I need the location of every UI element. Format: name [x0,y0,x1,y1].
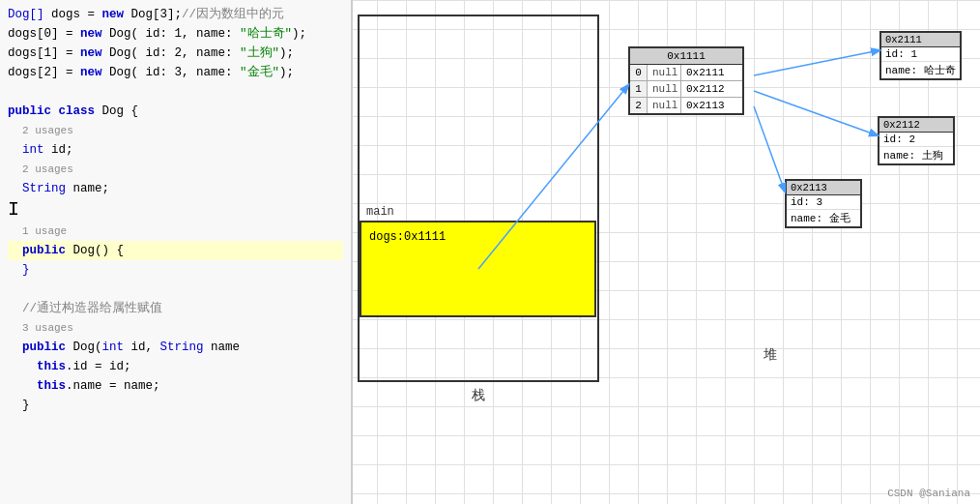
code-line-3: dogs[1] = new Dog( id: 2, name: "土狗"); [8,44,343,63]
code-line-4: dogs[2] = new Dog( id: 3, name: "金毛"); [8,63,343,82]
dogs-ref: dogs:0x1111 [369,230,446,244]
array-row-1: 1 null 0x2112 [630,81,742,98]
obj-box-2113: 0x2113 id: 3 name: 金毛 [785,179,862,228]
main-content: Dog[] dogs = new Dog[3];//因为数组中的元 dogs[0… [0,0,980,504]
code-line-17: public Dog(int id, String name [8,338,343,357]
main-frame: main dogs:0x1111 [360,221,596,317]
code-line-12: public Dog() { [8,241,343,260]
stack-label: 栈 [472,387,485,404]
code-line-15: //通过构造器给属性赋值 [8,299,343,318]
code-line-2: dogs[0] = new Dog( id: 1, name: "哈士奇"); [8,24,343,44]
watermark: CSDN @Saniana [887,488,970,499]
code-line-19: this.name = name; [8,376,343,396]
heap-label: 堆 [764,346,777,364]
obj-box-2111: 0x2111 id: 1 name: 哈士奇 [879,31,962,80]
code-line-13: } [8,260,343,280]
code-line-14 [8,280,343,299]
code-line-7: 2 usages [8,121,343,140]
code-line-5 [8,82,343,102]
main-frame-label: main [366,205,394,219]
code-line-20: } [8,396,343,415]
obj-box-2112: 0x2112 id: 2 name: 土狗 [878,116,955,165]
code-panel: Dog[] dogs = new Dog[3];//因为数组中的元 dogs[0… [0,0,353,504]
code-line-cursor: I [8,198,343,222]
code-line-6: public class Dog { [8,102,343,121]
code-line-8: int id; [8,140,343,160]
code-line-16: 3 usages [8,318,343,338]
code-line-9: 2 usages [8,160,343,179]
code-line-1: Dog[] dogs = new Dog[3];//因为数组中的元 [8,5,343,24]
code-line-11: 1 usage [8,222,343,241]
stack-area: 栈 [358,15,599,382]
code-line-18: this.id = id; [8,357,343,376]
array-header: 0x1111 [630,48,742,65]
code-line-10: String name; [8,179,343,198]
array-box: 0x1111 0 null 0x2111 1 null 0x2112 2 nul… [628,46,744,115]
array-row-2: 2 null 0x2113 [630,98,742,113]
array-row-0: 0 null 0x2111 [630,65,742,81]
